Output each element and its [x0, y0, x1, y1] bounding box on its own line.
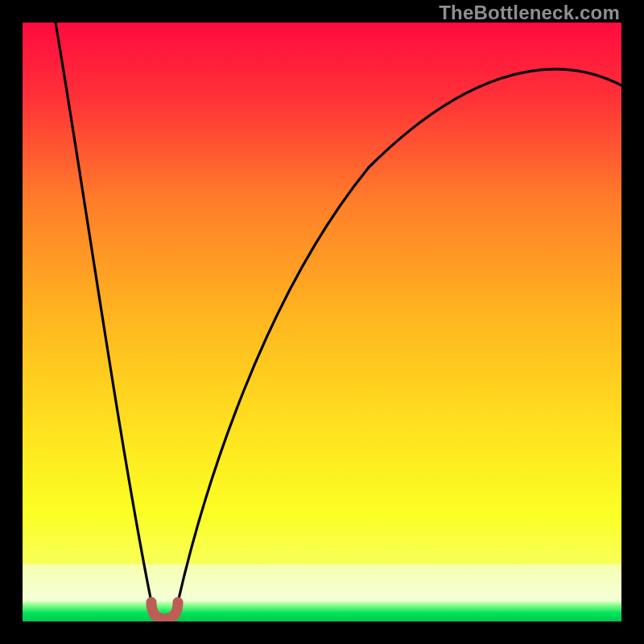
- chart-frame: TheBottleneck.com: [0, 0, 644, 644]
- chart-svg: [23, 23, 621, 621]
- watermark-label: TheBottleneck.com: [439, 2, 620, 24]
- chart-plot-area: [23, 23, 621, 621]
- gradient-background: [23, 23, 621, 621]
